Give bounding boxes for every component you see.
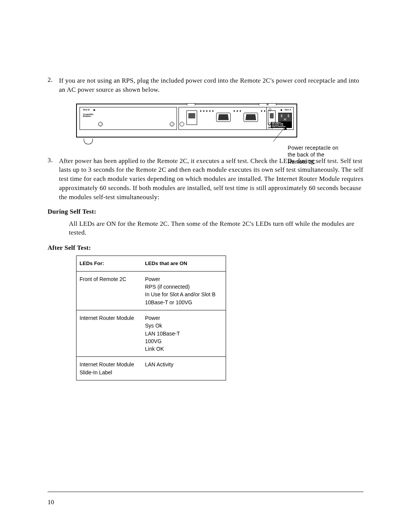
item-number: 3. [48, 157, 59, 202]
footer-rule [48, 492, 363, 492]
serial-port-1 [216, 110, 231, 122]
table-row: Internet Router Module Slide-In Label LA… [76, 357, 226, 380]
led-status-table: LEDs For: LEDs that are ON Front of Remo… [76, 256, 226, 380]
page-number: 10 [48, 498, 54, 506]
table-cell: Front of Remote 2C [76, 271, 142, 310]
slot-b-label: Slot B [83, 109, 89, 111]
mid-panel [178, 107, 267, 130]
table-row: Front of Remote 2C Power RPS (if connect… [76, 271, 226, 310]
table-cell: Power Sys Ok LAN 10Base-T 100VG Link OK [142, 310, 226, 356]
clip-icon [259, 103, 267, 105]
compat-modules-label: Compatible Modules: [83, 113, 93, 118]
cable-loop-icon [84, 139, 93, 144]
serial-port-2 [244, 110, 258, 122]
screw-icon [180, 122, 184, 126]
item-text: If you are not using an RPS, plug the in… [59, 76, 363, 94]
callout-arrow-icon [269, 126, 292, 144]
item-number: 2. [48, 76, 59, 94]
heading-during-self-test: During Self Test: [48, 208, 363, 216]
list-item-2: 2. If you are not using an RPS, plug the… [48, 76, 363, 94]
table-header: LEDs For: [76, 256, 142, 272]
triangle-left-icon [280, 109, 282, 111]
triangle-right-icon [94, 109, 96, 111]
led-group [233, 110, 241, 123]
table-cell: Internet Router Module Slide-In Label [76, 357, 142, 380]
db9-port-icon [216, 113, 231, 122]
table-header: LEDs that are ON [142, 256, 226, 272]
slot-b-panel: Slot B Compatible Modules: [80, 107, 177, 130]
led-group [260, 110, 266, 123]
power-receptacle-icon [278, 113, 292, 122]
page-content: 2. If you are not using an RPS, plug the… [0, 0, 411, 532]
svg-line-0 [273, 126, 285, 142]
device-figure-wrap: Slot B Compatible Modules: [76, 104, 363, 137]
led-group [199, 110, 214, 123]
slot-a-label: Slot A [285, 109, 291, 111]
table-cell: LAN Activity [142, 357, 226, 380]
clip-icon [268, 103, 276, 105]
clip-icon [187, 103, 195, 105]
screw-icon [170, 122, 174, 126]
table-header-row: LEDs For: LEDs that are ON [76, 256, 226, 272]
screw-icon [98, 122, 103, 126]
hole-icon [269, 109, 271, 111]
hole-icon [268, 123, 271, 126]
table-cell: Internet Router Module [76, 310, 142, 356]
heading-after-self-test: After Self Test: [48, 244, 363, 252]
svg-marker-1 [284, 126, 287, 130]
callout-text: Power receptacle on the back of the Remo… [288, 144, 345, 166]
db9-port-icon [244, 113, 258, 122]
rj45-port-icon [186, 110, 197, 125]
table-row: Internet Router Module Power Sys Ok LAN … [76, 310, 226, 356]
during-self-test-text: All LEDs are ON for the Remote 2C. Then … [69, 219, 363, 238]
table-cell: Power RPS (if connected) In Use for Slot… [142, 271, 226, 310]
device-rear-diagram: Slot B Compatible Modules: [76, 104, 297, 137]
